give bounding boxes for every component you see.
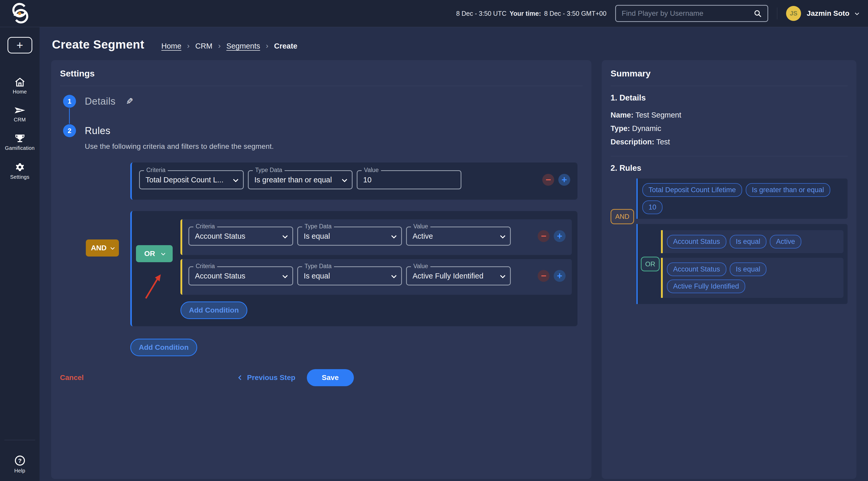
sidebar-item-home[interactable]: Home <box>0 76 39 96</box>
add-condition-button[interactable]: + <box>554 230 565 242</box>
user-name: Jazmin Soto <box>807 9 849 18</box>
type-data-value: Is equal <box>304 232 330 241</box>
summary-chip: Is greater than or equal <box>746 183 830 197</box>
criteria-select[interactable]: Criteria Account Status <box>188 227 293 246</box>
summary-description-label: Description: <box>611 138 654 146</box>
summary-name-value: Test Segment <box>636 111 681 119</box>
app-logo[interactable] <box>0 0 39 27</box>
field-label: Type Data <box>302 223 334 229</box>
field-label: Criteria <box>193 223 217 229</box>
player-search[interactable] <box>615 5 768 22</box>
step-connector <box>69 108 70 124</box>
avatar[interactable]: JS <box>786 6 801 21</box>
field-label: Type Data <box>253 167 285 173</box>
summary-chip: Active <box>770 235 801 249</box>
breadcrumb-segments[interactable]: Segments <box>226 42 260 51</box>
chevron-down-icon[interactable] <box>282 273 288 278</box>
summary-heading: Summary <box>611 68 847 78</box>
type-data-select[interactable]: Type Data Is greater than or equal <box>248 170 352 189</box>
chevron-down-icon[interactable] <box>391 273 397 278</box>
value-text: Active <box>412 232 433 241</box>
save-button[interactable]: Save <box>307 369 354 386</box>
help-icon: ? <box>14 455 25 466</box>
sidebar-nav: Home CRM Gamification Settings <box>0 76 39 182</box>
and-operator-button[interactable]: AND <box>86 239 119 257</box>
value-input[interactable]: Value 10 <box>357 170 461 189</box>
chevron-down-icon[interactable] <box>111 246 115 250</box>
sidebar-item-label: Help <box>14 468 25 474</box>
summary-chip: Total Deposit Count Lifetime <box>642 183 742 197</box>
step-number-badge: 1 <box>63 95 76 108</box>
sidebar-item-label: Settings <box>10 174 29 180</box>
summary-chip: Is equal <box>730 262 767 276</box>
add-condition-button[interactable]: + <box>558 174 570 186</box>
add-condition-button[interactable]: + <box>554 270 565 282</box>
settings-footer: Cancel Previous Step Save <box>60 369 583 386</box>
chevron-down-icon[interactable] <box>342 177 347 182</box>
summary-sub-rule: Account Status Is equal Active <box>661 230 843 253</box>
or-operator-button[interactable]: OR <box>136 245 173 262</box>
summary-chip: Account Status <box>667 235 726 249</box>
summary-name: Name: Test Segment <box>611 108 847 122</box>
value-text: Active Fully Identified <box>412 272 484 280</box>
search-icon[interactable] <box>753 9 762 18</box>
criteria-select[interactable]: Criteria Account Status <box>188 266 293 285</box>
your-time-label: Your time: <box>509 10 541 17</box>
breadcrumb-crm[interactable]: CRM <box>195 42 213 51</box>
search-input[interactable] <box>622 9 750 18</box>
chevron-down-icon[interactable] <box>500 233 505 238</box>
rule-row: Criteria Account Status Type Data Is equ… <box>180 219 572 255</box>
sidebar-item-settings[interactable]: Settings <box>0 160 39 182</box>
field-label: Type Data <box>302 263 334 269</box>
edit-pencil-icon[interactable]: ✎ <box>126 96 133 106</box>
chevron-down-icon[interactable] <box>855 11 859 15</box>
summary-type-value: Dynamic <box>632 124 661 132</box>
remove-condition-button[interactable]: − <box>538 270 550 282</box>
type-data-select[interactable]: Type Data Is equal <box>297 266 402 285</box>
add-condition-group-button[interactable]: Add Condition <box>180 301 247 319</box>
step-label: Rules <box>85 125 111 136</box>
criteria-value: Account Status <box>195 232 245 241</box>
remove-condition-button[interactable]: − <box>538 230 550 242</box>
divider <box>611 156 847 156</box>
row-actions: − + <box>538 230 565 242</box>
criteria-select[interactable]: Criteria Total Deposit Count L... <box>139 170 244 189</box>
chevron-down-icon[interactable] <box>391 233 397 238</box>
add-condition-outer-button[interactable]: Add Condition <box>130 339 197 356</box>
summary-description: Description: Test <box>611 135 847 149</box>
remove-condition-button[interactable]: − <box>542 174 554 186</box>
sidebar-add-button[interactable]: + <box>7 37 32 54</box>
chevron-right-icon: › <box>187 41 190 50</box>
value-select[interactable]: Value Active Fully Identified <box>406 266 511 285</box>
sidebar-item-label: CRM <box>14 117 26 123</box>
value-select[interactable]: Value Active <box>406 227 511 246</box>
chevron-down-icon[interactable] <box>161 251 165 255</box>
summary-rule-group: Total Deposit Count Lifetime Is greater … <box>637 179 847 219</box>
type-data-select[interactable]: Type Data Is equal <box>297 227 402 246</box>
chevron-down-icon[interactable] <box>282 233 288 238</box>
sidebar-item-gamification[interactable]: Gamification <box>0 132 39 153</box>
breadcrumb-home[interactable]: Home <box>161 42 181 51</box>
chevron-right-icon: › <box>218 41 221 50</box>
rule-group-card: OR Criteria Account Status <box>130 211 578 326</box>
summary-type-label: Type: <box>611 124 630 132</box>
breadcrumb: Home › CRM › Segments › Create <box>161 42 297 51</box>
row-actions: − + <box>542 174 570 186</box>
sidebar-item-crm[interactable]: CRM <box>0 104 39 124</box>
chevron-down-icon[interactable] <box>500 273 505 278</box>
sidebar-item-help[interactable]: ? Help <box>0 454 39 475</box>
type-data-value: Is greater than or equal <box>254 176 332 184</box>
summary-details-heading: 1. Details <box>611 93 847 102</box>
user-menu[interactable]: JS Jazmin Soto <box>786 6 858 21</box>
summary-type: Type: Dynamic <box>611 122 847 135</box>
field-label: Criteria <box>193 263 217 269</box>
row-actions: − + <box>538 270 565 282</box>
criteria-value: Total Deposit Count L... <box>146 176 223 184</box>
settings-heading: Settings <box>60 68 583 78</box>
previous-step-button[interactable]: Previous Step <box>239 374 296 382</box>
chevron-down-icon[interactable] <box>233 177 238 182</box>
gear-icon <box>15 162 25 172</box>
field-label: Value <box>411 223 430 229</box>
cancel-button[interactable]: Cancel <box>60 374 84 382</box>
step-rules: 2 Rules <box>63 124 583 137</box>
